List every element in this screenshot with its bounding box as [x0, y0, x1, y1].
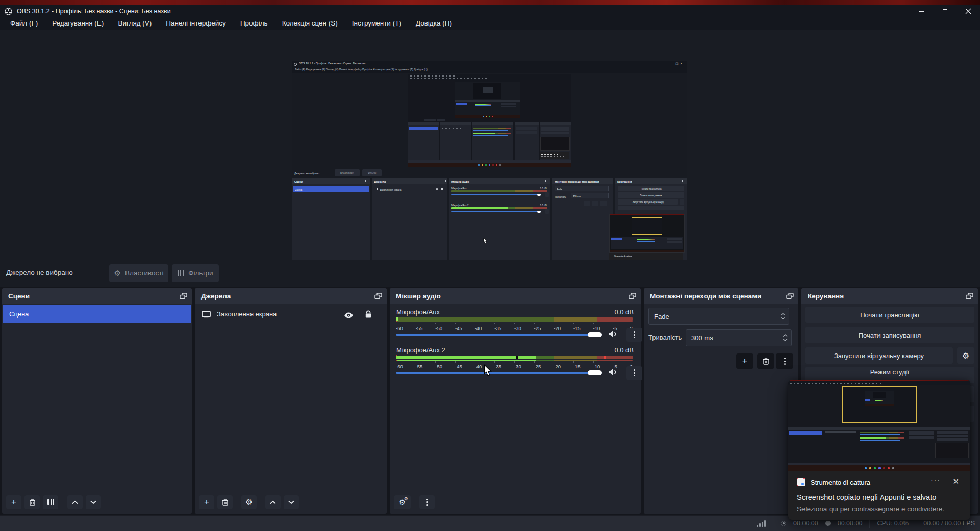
menu-help[interactable]: Довідка (H)	[409, 17, 459, 30]
source-item[interactable]: Захоплення екрана	[195, 305, 386, 323]
properties-button[interactable]: ⚙ Властивості	[109, 264, 168, 282]
volume-slider-handle[interactable]	[588, 332, 602, 337]
notification-more-button[interactable]: ···	[931, 476, 941, 484]
select-spinner-icon[interactable]	[781, 313, 785, 320]
mixer-dock-header[interactable]: Мікшер аудіо	[390, 288, 641, 304]
visibility-toggle[interactable]	[344, 311, 354, 320]
meter-scale: -60-55-50-45-40-35-30-25-20-15-10-50	[396, 364, 633, 369]
thumbnail-docks	[788, 427, 970, 463]
scenes-dock: Сцени Сцена +	[2, 288, 192, 514]
window-controls	[910, 5, 980, 17]
mute-toggle[interactable]	[608, 330, 618, 340]
preview-area: OBS 30.1.2 - Профіль: Без назви - Сцени:…	[0, 30, 980, 260]
source-move-up-button[interactable]	[265, 495, 281, 509]
thumbnail-taskbar	[788, 465, 970, 471]
transitions-dock: Монтажні переходи між сценами Fade Трива…	[644, 288, 798, 514]
popout-icon[interactable]	[629, 293, 636, 299]
volume-slider-handle[interactable]	[588, 370, 602, 375]
virtual-camera-settings-button[interactable]: ⚙	[957, 347, 974, 364]
volume-slider[interactable]	[396, 331, 602, 338]
menu-file[interactable]: Файл (F)	[3, 17, 45, 30]
nested2-toast-thumb	[540, 137, 570, 151]
volume-meter: -60-55-50-45-40-35-30-25-20-15-10-50	[396, 317, 633, 331]
menu-edit[interactable]: Редагування (E)	[45, 17, 111, 30]
menu-scene-collection[interactable]: Колекція сцен (S)	[275, 17, 345, 30]
remove-source-button[interactable]	[217, 495, 233, 509]
scenes-dock-header[interactable]: Сцени	[2, 288, 192, 304]
sources-dock-header[interactable]: Джерела	[195, 288, 387, 304]
gear-icon: ⚙	[962, 351, 969, 361]
nested-transitions-dock: Монтажні переходи між сценами Fade Трива…	[552, 178, 613, 267]
source-move-down-button[interactable]	[284, 495, 299, 509]
nested-window-controls: –□×	[672, 62, 684, 65]
mixer-channel-name: Мікрофон/Aux 2	[396, 346, 445, 354]
scene-move-down-button[interactable]	[86, 495, 101, 509]
popout-icon[interactable]	[180, 293, 187, 299]
lock-toggle[interactable]	[365, 310, 372, 320]
nested-menu-bar: Файл (F) Редагування (E) Вигляд (V) Пане…	[292, 67, 687, 73]
fps-indicator: 00.00 / 00.00 FPS	[923, 520, 975, 527]
volume-slider[interactable]	[396, 369, 602, 376]
window-title: OBS 30.1.2 - Профіль: Без назви - Сцени:…	[17, 8, 171, 15]
transition-menu-button[interactable]	[776, 353, 793, 369]
notification-close-button[interactable]: ✕	[952, 477, 959, 486]
title-bar[interactable]: OBS 30.1.2 - Профіль: Без назви - Сцени:…	[0, 5, 980, 17]
scene-item[interactable]: Сцена	[3, 305, 191, 323]
lock-icon	[365, 310, 372, 318]
add-scene-button[interactable]: +	[6, 495, 21, 509]
connection-bars-icon	[757, 520, 766, 527]
filters-button[interactable]: Фільтри	[172, 264, 219, 282]
remove-transition-button[interactable]	[757, 353, 774, 369]
nested-menu-items: Файл (F) Редагування (E) Вигляд (V) Пане…	[295, 68, 428, 71]
chevron-down-icon	[90, 500, 97, 504]
nested3-title-bar	[455, 80, 520, 82]
restore-button[interactable]	[933, 5, 957, 17]
notification-toast[interactable]: Strumento di cattura ··· ✕ Screenshot co…	[788, 380, 970, 520]
screenshot-thumbnail[interactable]	[788, 380, 970, 471]
menu-docks[interactable]: Панелі інтерфейсу	[159, 17, 233, 30]
popout-icon[interactable]	[786, 293, 794, 299]
notification-app-name: Strumento di cattura	[811, 478, 870, 486]
mixer-channel-name: Мікрофон/Aux	[396, 308, 440, 316]
transition-select[interactable]: Fade	[648, 308, 789, 325]
popout-icon[interactable]	[374, 293, 382, 299]
notification-card[interactable]: Strumento di cattura ··· ✕ Screenshot co…	[788, 471, 970, 520]
add-source-button[interactable]: +	[199, 495, 214, 509]
remove-scene-button[interactable]	[24, 495, 40, 509]
add-transition-button[interactable]: +	[736, 353, 753, 369]
close-button[interactable]	[957, 5, 980, 17]
nested-source-toolbar: Джерело не вибрано Властивості Фільтри	[292, 169, 687, 178]
mute-toggle[interactable]	[608, 368, 618, 378]
source-properties-button[interactable]: ⚙	[241, 495, 257, 509]
minimize-button[interactable]	[910, 5, 933, 17]
start-virtual-camera-button[interactable]: Запустити віртуальну камеру	[805, 347, 953, 364]
start-recording-button[interactable]: Почати записування	[805, 327, 974, 343]
advanced-audio-button[interactable]: ⚙⚙	[394, 495, 411, 509]
nested-obs-logo-icon	[294, 63, 297, 66]
spinbox-arrows-icon[interactable]	[783, 334, 788, 342]
scene-move-up-button[interactable]	[67, 495, 83, 509]
gear-icon: ⚙	[114, 269, 121, 278]
scenes-dock-title: Сцени	[8, 292, 30, 300]
popout-icon[interactable]	[966, 293, 973, 299]
channel-menu-button[interactable]	[626, 366, 642, 380]
duration-spinbox[interactable]: 300 ms	[686, 329, 792, 346]
channel-menu-button[interactable]	[626, 328, 642, 342]
nested-toast-thumbnail	[609, 214, 685, 253]
nested-filters-button: Фільтри	[367, 171, 376, 174]
gear-icon: ⚙	[245, 497, 253, 507]
nested2-menu-bar	[408, 77, 571, 80]
menu-view[interactable]: Вигляд (V)	[111, 17, 159, 30]
menu-tools[interactable]: Інструменти (T)	[345, 17, 409, 30]
controls-dock-header[interactable]: Керування	[801, 288, 978, 304]
transitions-dock-header[interactable]: Монтажні переходи між сценами	[644, 288, 798, 304]
mixer-menu-button[interactable]	[419, 495, 435, 509]
menu-profile[interactable]: Профіль	[233, 17, 275, 30]
trash-icon	[763, 358, 769, 365]
start-streaming-button[interactable]: Почати трансляцію	[805, 307, 974, 323]
nested-cursor	[483, 237, 488, 244]
mixer-channel-db: 0.0 dB	[614, 308, 634, 316]
preview-canvas[interactable]: OBS 30.1.2 - Профіль: Без назви - Сцени:…	[292, 61, 687, 286]
source-toolbar: Джерело не вибрано ⚙ Властивості Фільтри	[0, 260, 980, 287]
scene-filters-button[interactable]	[43, 495, 58, 509]
